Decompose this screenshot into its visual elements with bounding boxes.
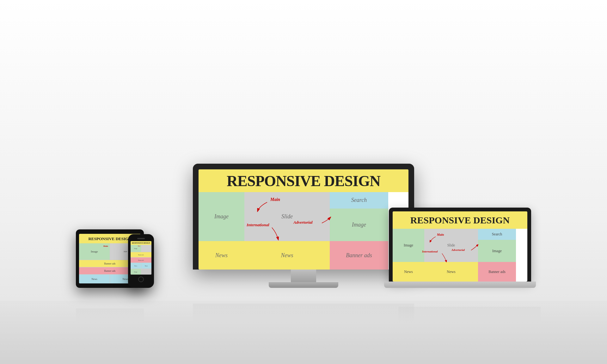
laptop-slide-label: Slide (447, 243, 455, 248)
phone-content-grid: Image Main Banner ads Banner ads News Ne… (131, 245, 151, 275)
laptop-image1-label: Image (404, 243, 413, 248)
phone-news2-cell: News (141, 263, 152, 269)
laptop-image1-cell: Image (393, 229, 424, 262)
phone-image-cell: Image Main (131, 245, 141, 252)
monitor-reflection (193, 304, 414, 323)
desktop-search-label: Search (351, 197, 367, 203)
laptop-image2-label: Image (492, 249, 502, 253)
laptop-device: RESPONSIVE DESIGN Image Slide Search (389, 208, 541, 288)
phone-banner2-cell: Banner ads (131, 258, 151, 263)
desktop-banner-cell: Banner ads (330, 241, 388, 270)
phone-news2-label: News (145, 265, 148, 267)
phone-news1-label: News (134, 265, 137, 267)
phone-device: RESPONSIVE DESIGN Image Main Banner ads … (128, 234, 154, 288)
laptop-news2-label: News (447, 270, 455, 274)
desktop-slide-label: Slide (281, 213, 293, 220)
scene: RESPONSIVE DESIGN Image Main Adv Banner … (66, 32, 541, 332)
laptop-right-column: Search Image (478, 229, 516, 262)
laptop-image2-cell: Image (478, 240, 516, 262)
tablet-adv-label: Adv (123, 250, 127, 253)
desktop-mock-header: RESPONSIVE DESIGN (199, 169, 408, 192)
laptop-news2-cell: News (424, 262, 478, 282)
laptop-slide-cell: Slide (424, 229, 478, 262)
phone-main-anno: Main (138, 246, 140, 247)
tablet-reflection (76, 308, 144, 323)
laptop-banner-cell: Banner ads (478, 262, 516, 282)
desktop-image1-cell: Image (199, 192, 244, 241)
monitor-frame: RESPONSIVE DESIGN Image Slide (193, 164, 414, 270)
tablet-banner1-label: Banner ads (104, 262, 116, 265)
monitor-stand-neck (291, 270, 316, 282)
tablet-news1-label: News (91, 278, 97, 281)
phone-image-label: Image (134, 248, 137, 249)
tablet-news2-label: News (122, 278, 128, 281)
phone-img2-cell: Image (131, 269, 141, 275)
desktop-header-text: RESPONSIVE DESIGN (227, 172, 380, 190)
phone-news1-cell: News (131, 263, 141, 269)
phone-mock-header: RESPONSIVE DESIGN (131, 241, 151, 245)
laptop-banner-label: Banner ads (488, 270, 506, 274)
phone-img2-label: Image (134, 271, 137, 273)
desktop-search-cell: Search (330, 192, 388, 209)
phone-speaker (137, 238, 145, 239)
laptop-header-text: RESPONSIVE DESIGN (410, 215, 510, 226)
laptop-news1-label: News (404, 270, 413, 274)
desktop-news2-label: News (281, 252, 293, 259)
laptop-news1-cell: News (393, 262, 424, 282)
laptop-search-label: Search (492, 232, 502, 237)
laptop-screen: RESPONSIVE DESIGN Image Slide Search (393, 211, 527, 282)
laptop-search-cell: Search (478, 229, 516, 240)
monitor-stand-base (269, 282, 338, 288)
phone-banner1-label: Banner ads (138, 254, 144, 256)
laptop-reflection (398, 307, 541, 323)
desktop-news1-cell: News (199, 241, 244, 270)
desktop-banner-label: Banner ads (346, 252, 372, 259)
phone-screen: RESPONSIVE DESIGN Image Main Banner ads … (131, 241, 151, 275)
laptop-content-grid: Image Slide Search Image Ne (393, 229, 527, 282)
laptop-screen-part: RESPONSIVE DESIGN Image Slide Search (389, 208, 531, 282)
desktop-news1-label: News (215, 252, 228, 259)
desktop-content-grid: Image Slide Search (199, 192, 408, 270)
laptop-base (384, 282, 536, 288)
phone-gray-cell (141, 245, 152, 252)
tablet-banner2-label: Banner ads (104, 270, 116, 272)
desktop-slide-cell: Slide (244, 192, 330, 241)
tablet-image-label: Image (91, 250, 98, 253)
desktop-right-column: Search Image (330, 192, 388, 241)
laptop-mock-header: RESPONSIVE DESIGN (393, 211, 527, 229)
desktop-monitor: RESPONSIVE DESIGN Image Slide (193, 164, 414, 288)
desktop-image2-cell: Image (330, 209, 388, 241)
phone-banner1-cell: Banner ads (131, 252, 151, 257)
tablet-news1-cell: News (79, 275, 110, 283)
tablet-image-cell: Image Main (79, 243, 110, 260)
phone-home-button (138, 276, 144, 282)
desktop-image2-label: Image (352, 221, 366, 228)
desktop-image1-label: Image (214, 213, 229, 220)
phone-frame: RESPONSIVE DESIGN Image Main Banner ads … (128, 234, 154, 288)
tablet-main-label: Main (103, 245, 108, 247)
desktop-mock-site: RESPONSIVE DESIGN Image Slide (199, 169, 408, 270)
tablet-header-text: RESPONSIVE DESIGN (88, 236, 131, 241)
desktop-news2-cell: News (244, 241, 330, 270)
phone-banner2-label: Banner ads (138, 259, 144, 261)
phone-header-text: RESPONSIVE DESIGN (132, 242, 150, 244)
monitor-screen: RESPONSIVE DESIGN Image Slide (199, 169, 408, 270)
